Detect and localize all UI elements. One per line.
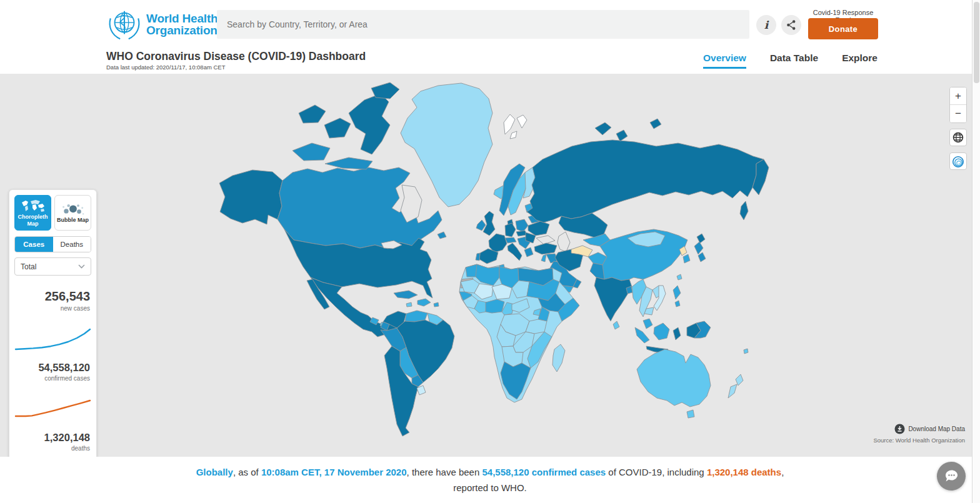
region-south-america bbox=[381, 311, 454, 436]
confirmed-cases-value: 54,558,120 bbox=[14, 362, 90, 374]
info-icon[interactable]: i bbox=[756, 15, 776, 35]
footer-segment: of COVID-19, including bbox=[606, 467, 707, 477]
donate-button[interactable]: Donate bbox=[808, 18, 878, 39]
deaths-tab[interactable]: Deaths bbox=[53, 237, 91, 252]
new-cases-value: 256,543 bbox=[14, 289, 90, 304]
footer-segment: 1,320,148 deaths bbox=[707, 467, 781, 477]
download-icon[interactable] bbox=[894, 424, 905, 434]
choropleth-map-icon bbox=[19, 199, 47, 214]
bubble-map-button[interactable]: Bubble Map bbox=[54, 195, 91, 231]
map-attribution: Download Map Data Source: World Health O… bbox=[873, 424, 965, 444]
ripple-layers-icon[interactable] bbox=[949, 152, 967, 170]
chevron-down-icon bbox=[78, 264, 85, 269]
cases-tab[interactable]: Cases bbox=[15, 237, 53, 252]
deaths-value: 1,320,148 bbox=[14, 432, 90, 444]
who-logo[interactable]: World Health Organization bbox=[106, 6, 218, 42]
deaths-label: deaths bbox=[14, 445, 90, 452]
footer-segment: Globally bbox=[196, 467, 233, 477]
map-source: Source: World Health Organization bbox=[873, 437, 965, 444]
page-title: WHO Coronavirus Disease (COVID-19) Dashb… bbox=[106, 50, 366, 63]
chat-bubble-icon[interactable] bbox=[937, 462, 966, 491]
confirmed-cases-label: confirmed cases bbox=[14, 375, 90, 382]
who-covid-dashboard: World Health Organization i Covid-19 Res… bbox=[0, 0, 980, 503]
header: World Health Organization i Covid-19 Res… bbox=[0, 0, 980, 74]
map-land-layer bbox=[219, 82, 769, 436]
who-logo-text: World Health Organization bbox=[146, 12, 218, 37]
page-scrollbar[interactable] bbox=[972, 0, 980, 503]
global-stats: 256,543 new cases 54,558,120 confirmed c… bbox=[14, 289, 91, 452]
tab-explore[interactable]: Explore bbox=[842, 52, 878, 69]
cases-sparkline bbox=[14, 327, 91, 352]
footer-segment: 54,558,120 confirmed cases bbox=[482, 467, 606, 477]
globe-icon[interactable] bbox=[949, 129, 967, 146]
scrollbar-thumb[interactable] bbox=[974, 2, 979, 83]
world-map[interactable] bbox=[0, 74, 980, 457]
global-summary-line1: Globally, as of 10:08am CET, 17 November… bbox=[196, 467, 784, 477]
zoom-controls: + − bbox=[949, 87, 967, 123]
global-summary: Globally, as of 10:08am CET, 17 November… bbox=[0, 457, 980, 503]
tab-data-table[interactable]: Data Table bbox=[770, 52, 818, 69]
map-type-toggle: Choropleth Map Bubble Map bbox=[14, 195, 91, 231]
deaths-sparkline bbox=[14, 397, 91, 422]
footer-segment: , there have been bbox=[407, 467, 482, 477]
region-asia bbox=[594, 229, 711, 353]
map-area: Choropleth Map Bubble Map bbox=[0, 74, 980, 457]
footer-segment: 10:08am CET, 17 November 2020 bbox=[261, 467, 407, 477]
region-oceania bbox=[637, 349, 748, 418]
map-control-panel: Choropleth Map Bubble Map bbox=[9, 189, 97, 457]
share-icon[interactable] bbox=[781, 15, 801, 35]
metric-dropdown-value: Total bbox=[21, 262, 36, 271]
search-input[interactable] bbox=[217, 10, 749, 39]
bubble-map-icon bbox=[59, 202, 87, 217]
tab-overview[interactable]: Overview bbox=[703, 52, 746, 69]
choropleth-map-label: Choropleth Map bbox=[16, 214, 49, 227]
new-cases-label: new cases bbox=[14, 305, 90, 312]
footer-segment: , bbox=[781, 467, 784, 477]
share-glyph bbox=[785, 19, 798, 31]
last-updated: Data last updated: 2020/11/17, 10:08am C… bbox=[106, 64, 225, 71]
choropleth-map-button[interactable]: Choropleth Map bbox=[14, 195, 51, 231]
cases-deaths-toggle: Cases Deaths bbox=[14, 236, 91, 252]
zoom-in-button[interactable]: + bbox=[950, 87, 966, 105]
global-summary-line2: reported to WHO. bbox=[453, 482, 527, 493]
download-map-data-link[interactable]: Download Map Data bbox=[908, 426, 965, 432]
metric-dropdown[interactable]: Total bbox=[14, 257, 91, 276]
who-emblem-icon bbox=[106, 6, 142, 42]
zoom-out-button[interactable]: − bbox=[950, 105, 966, 122]
region-africa bbox=[459, 264, 579, 402]
main-nav: Overview Data Table Explore bbox=[703, 52, 878, 69]
footer-segment: , as of bbox=[233, 467, 261, 477]
bubble-map-label: Bubble Map bbox=[57, 217, 89, 223]
